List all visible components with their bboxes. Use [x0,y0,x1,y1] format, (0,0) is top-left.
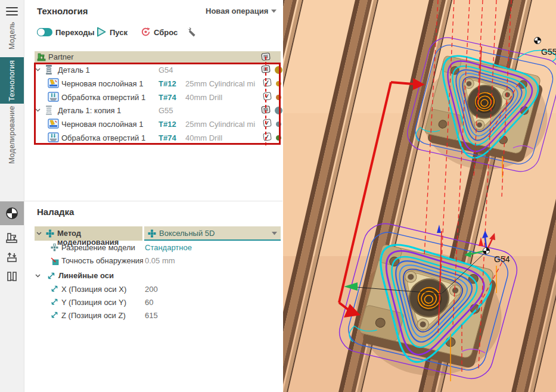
tree-row-drilling1-copy[interactable]: Обработка отверстий 1 T#74 40mm Drill ✓ [24,131,282,144]
chevron-down-icon[interactable] [271,10,277,13]
tool-description: 40mm Drill [185,93,222,102]
voxel-icon [46,229,54,238]
tree-row-drilling1[interactable]: Обработка отверстий 1 T#74 40mm Drill ✓ [24,91,282,104]
notes-icon[interactable] [261,105,271,114]
linear-axis-icon [51,298,58,306]
chevron-down-icon[interactable] [35,108,41,112]
linear-axes-header[interactable]: Линейные оси [24,269,282,282]
menu-icon[interactable] [6,7,18,15]
visibility-checkbox[interactable]: ✓ [263,132,272,141]
tolerance-label: Точность обнаружения [61,256,143,265]
g55-label: G55 [541,47,556,57]
tree-row-roughing1[interactable]: Черновая послойная 1 T#12 25mm Cylindric… [24,77,282,90]
datum-icon [5,206,19,220]
tool-number: T#12 [159,120,176,129]
reset-icon[interactable] [141,27,151,37]
transitions-toggle[interactable] [37,28,52,36]
reset-button[interactable]: Сброс [154,28,178,37]
3d-viewport[interactable]: G54 G55 [283,0,556,392]
status-dot[interactable] [276,122,281,127]
chevron-down-icon[interactable] [36,232,42,235]
technology-panel: Технология Новая операция Переходы Пуск … [24,0,282,392]
chevron-down-icon[interactable] [35,274,41,278]
roughing-operation-icon [48,78,59,88]
library-tool-button[interactable] [0,265,24,288]
axis-y-label: Y (Позиция оси Y) [61,298,126,307]
tree-row-label: Деталь 1 [58,66,90,74]
new-operation-button[interactable]: Новая операция [206,7,268,15]
transitions-label: Переходы [55,28,95,37]
tree-row-label: Обработка отверстий 1 [61,133,145,142]
method-value: Воксельный 5D [159,229,215,238]
notes-icon[interactable] [261,52,271,61]
axis-x-row[interactable]: X (Позиция оси X) 200 [24,282,282,295]
tolerance-icon [51,257,59,265]
voxel-icon [148,229,156,238]
notes-icon[interactable] [261,65,271,74]
resolution-row[interactable]: Разрешение модели Стандартное [24,241,282,254]
method-label-cell[interactable]: Метод моделирования [35,226,142,241]
tool-description: 25mm Cylindrical mi [185,79,255,88]
axis-z-label: Z (Позиция оси Z) [61,311,126,320]
machine-root-icon [37,52,46,61]
tree-row-label: Черновая послойная 1 [61,120,143,129]
status-dot[interactable] [275,66,282,74]
visibility-checkbox[interactable]: ✓ [263,92,272,101]
resolution-value[interactable]: Стандартное [145,243,192,252]
tree-row-roughing1-copy[interactable]: Черновая послойная 1 T#12 25mm Cylindric… [24,117,282,130]
work-offset-value: G55 [159,106,173,115]
linear-axis-icon [51,285,58,293]
tree-row-label: Обработка отверстий 1 [61,93,145,102]
part-icon [44,64,54,75]
tree-row-label: Черновая послойная 1 [61,79,143,88]
tree-root-label: Partner [48,52,74,61]
chevron-down-icon[interactable] [272,232,277,235]
section-divider [24,201,282,201]
tree-row-part1[interactable]: Деталь 1 G54 [24,63,282,76]
method-value-dropdown[interactable]: Воксельный 5D [144,226,281,241]
tab-technology[interactable]: Технология [0,57,24,104]
page-title: Технология [37,6,88,16]
tab-model[interactable]: Модель [0,21,24,50]
axis-y-row[interactable]: Y (Позиция оси Y) 60 [24,295,282,309]
wrench-icon[interactable] [186,26,197,38]
axis-x-value[interactable]: 200 [145,285,158,294]
setup-title: Наладка [37,207,74,217]
axis-z-row[interactable]: Z (Позиция оси Z) 615 [24,309,282,322]
linear-axis-icon [47,272,55,280]
roughing-operation-icon [48,119,59,129]
tab-modeling[interactable]: Моделирование [0,107,24,162]
tolerance-row[interactable]: Точность обнаружения 0.05 mm [24,254,282,267]
resolution-label: Разрешение модели [61,243,135,252]
linear-axes-label: Линейные оси [58,271,114,280]
status-dot[interactable] [276,95,281,100]
tool-description: 25mm Cylindrical mi [185,120,255,129]
status-dot[interactable] [276,81,281,86]
tool-number: T#74 [159,133,176,142]
application-window: Модель Технология Моделирование [0,0,556,392]
drilling-operation-icon [48,132,59,142]
part-copy-icon [44,105,54,116]
datum-tool-button[interactable] [0,201,24,225]
axis-x-label: X (Позиция оси X) [61,285,126,294]
tool-number: T#12 [159,79,176,88]
start-button[interactable]: Пуск [110,28,128,37]
resolution-icon [51,244,58,251]
axis-y-value[interactable]: 60 [145,298,153,307]
play-icon[interactable] [97,27,106,37]
tree-root-row[interactable]: Partner [35,51,281,63]
machining-scene: G54 G55 [283,0,556,392]
axis-z-value[interactable]: 615 [145,311,158,320]
tree-row-part1-copy[interactable]: Деталь 1: копия 1 G55 [24,104,282,117]
stock-icon [5,250,19,265]
visibility-checkbox[interactable]: ✓ [263,119,272,127]
status-dot[interactable] [276,135,281,141]
library-icon [5,269,19,284]
drilling-operation-icon [48,92,59,102]
visibility-checkbox[interactable]: ✓ [263,78,272,87]
work-offset-value: G54 [159,66,173,74]
chevron-down-icon[interactable] [35,68,41,71]
tool-number: T#74 [159,93,176,102]
g54-label: G54 [494,254,510,264]
status-dot[interactable] [275,107,282,114]
